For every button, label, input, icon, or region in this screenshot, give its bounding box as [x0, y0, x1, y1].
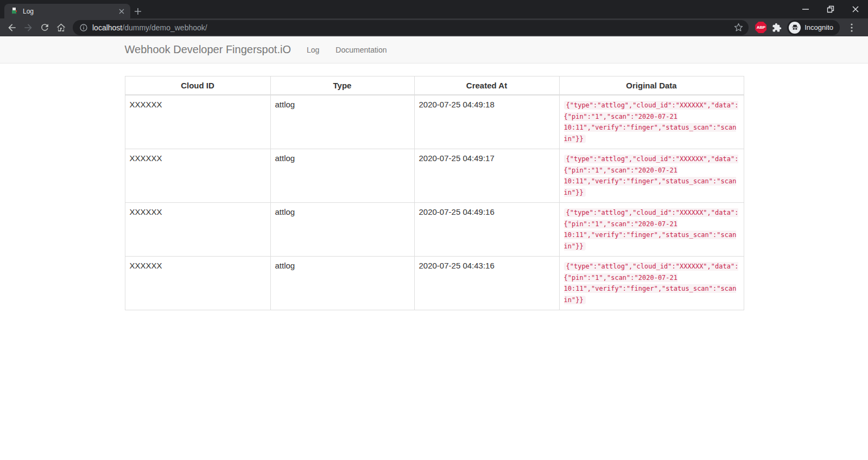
type-cell: attlog: [270, 257, 414, 310]
table-header-row: Cloud ID Type Created At Original Data: [125, 76, 744, 95]
incognito-badge[interactable]: Incognito: [787, 20, 840, 35]
original-data-cell: {"type":"attlog","cloud_id":"XXXXXX","da…: [559, 149, 744, 203]
back-button[interactable]: [4, 20, 20, 35]
menu-kebab-button[interactable]: [845, 20, 858, 35]
original-data-code: {"type":"attlog","cloud_id":"XXXXXX","da…: [564, 262, 739, 304]
new-tab-button[interactable]: [130, 4, 145, 18]
created-at-cell: 2020-07-25 04:43:16: [414, 257, 559, 310]
cloud-id-cell: XXXXXX: [125, 203, 270, 257]
webpage: Webhook Developer Fingerspot.iO Log Docu…: [0, 36, 868, 460]
column-header-cloud-id: Cloud ID: [125, 76, 270, 95]
cloud-id-cell: XXXXXX: [125, 95, 270, 149]
original-data-cell: {"type":"attlog","cloud_id":"XXXXXX","da…: [559, 257, 744, 310]
tab-title: Log: [23, 8, 113, 15]
url-path: /dummy/demo_webhook/: [122, 23, 207, 32]
site-nav: Log Documentation: [299, 46, 395, 54]
tab-close-button[interactable]: [117, 7, 126, 16]
browser-tab[interactable]: Log: [4, 4, 130, 18]
created-at-cell: 2020-07-25 04:49:17: [414, 149, 559, 203]
restore-button[interactable]: [818, 0, 843, 18]
table-row: XXXXXX attlog 2020-07-25 04:43:16 {"type…: [125, 257, 744, 310]
window-controls: [793, 0, 868, 18]
column-header-created-at: Created At: [414, 76, 559, 95]
reload-button[interactable]: [37, 20, 52, 35]
nav-link-documentation[interactable]: Documentation: [327, 46, 395, 54]
type-cell: attlog: [270, 203, 414, 257]
nav-link-log[interactable]: Log: [299, 46, 327, 54]
incognito-label: Incognito: [804, 23, 833, 31]
site-navbar: Webhook Developer Fingerspot.iO Log Docu…: [0, 36, 868, 63]
type-cell: attlog: [270, 95, 414, 149]
original-data-cell: {"type":"attlog","cloud_id":"XXXXXX","da…: [559, 203, 744, 257]
page-info-icon[interactable]: [79, 23, 88, 32]
column-header-type: Type: [270, 76, 414, 95]
home-button[interactable]: [53, 20, 68, 35]
browser-toolbar: localhost/dummy/demo_webhook/ ABP Incogn…: [0, 18, 868, 36]
column-header-original-data: Original Data: [559, 76, 744, 95]
original-data-code: {"type":"attlog","cloud_id":"XXXXXX","da…: [564, 208, 739, 251]
cloud-id-cell: XXXXXX: [125, 149, 270, 203]
created-at-cell: 2020-07-25 04:49:18: [414, 95, 559, 149]
url-host: localhost: [92, 23, 122, 32]
original-data-code: {"type":"attlog","cloud_id":"XXXXXX","da…: [564, 101, 739, 143]
url-bar[interactable]: localhost/dummy/demo_webhook/: [73, 20, 749, 35]
table-row: XXXXXX attlog 2020-07-25 04:49:16 {"type…: [125, 203, 744, 257]
created-at-cell: 2020-07-25 04:49:16: [414, 203, 559, 257]
abp-extension-badge[interactable]: ABP: [755, 22, 766, 33]
browser-titlebar: Log: [0, 0, 868, 18]
extensions-area: ABP Incognito: [753, 20, 864, 35]
url-text: localhost/dummy/demo_webhook/: [92, 23, 207, 32]
incognito-icon: [789, 22, 801, 34]
forward-button[interactable]: [21, 20, 36, 35]
log-table: Cloud ID Type Created At Original Data X…: [125, 76, 744, 310]
close-button[interactable]: [843, 0, 868, 18]
page-content: Cloud ID Type Created At Original Data X…: [0, 63, 868, 310]
tab-favicon-icon: [10, 7, 18, 16]
bookmark-star-icon[interactable]: [734, 23, 743, 32]
original-data-cell: {"type":"attlog","cloud_id":"XXXXXX","da…: [559, 95, 744, 149]
type-cell: attlog: [270, 149, 414, 203]
original-data-code: {"type":"attlog","cloud_id":"XXXXXX","da…: [564, 155, 739, 197]
cloud-id-cell: XXXXXX: [125, 257, 270, 310]
site-brand[interactable]: Webhook Developer Fingerspot.iO: [125, 43, 291, 56]
minimize-button[interactable]: [793, 0, 818, 18]
table-row: XXXXXX attlog 2020-07-25 04:49:18 {"type…: [125, 95, 744, 149]
extensions-puzzle-icon[interactable]: [772, 23, 782, 33]
table-row: XXXXXX attlog 2020-07-25 04:49:17 {"type…: [125, 149, 744, 203]
